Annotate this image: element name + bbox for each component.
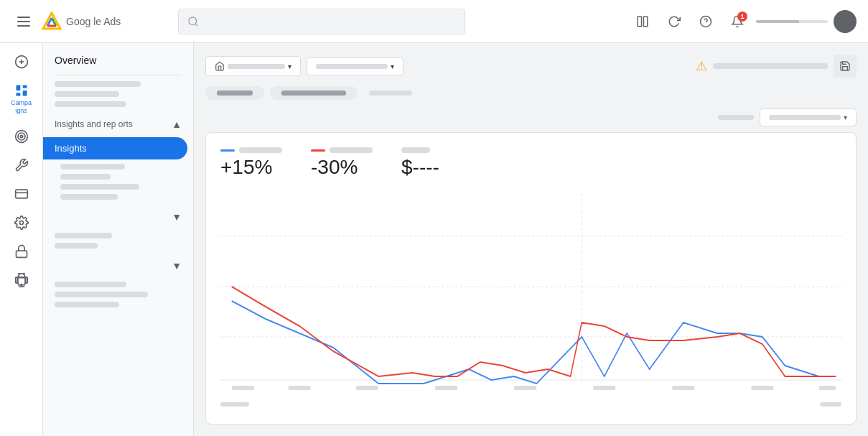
avatar[interactable]: [834, 10, 857, 33]
settings-icon: [14, 215, 29, 230]
help-icon-btn[interactable]: [693, 9, 719, 34]
metric-value-1: +15%: [220, 156, 282, 179]
sidebar-icon-privacy[interactable]: [3, 238, 40, 264]
logo: Goog le Ads: [42, 11, 121, 32]
metrics-row: +15% -30% $----: [220, 147, 841, 179]
chevron-down-icon-3: ▼: [172, 260, 182, 272]
nav-section-3[interactable]: ▼: [43, 253, 193, 279]
topbar: Goog le Ads 1: [0, 0, 868, 43]
filter-chip-2[interactable]: [270, 86, 358, 100]
svg-rect-16: [22, 91, 27, 96]
svg-point-19: [18, 133, 25, 140]
hamburger-menu[interactable]: [11, 11, 36, 32]
campaigns-label: Campa igns: [6, 99, 37, 115]
svg-rect-8: [644, 17, 648, 27]
save-icon: [839, 60, 851, 72]
metric-label-row-3: [401, 147, 439, 153]
svg-rect-7: [638, 17, 641, 27]
campaigns-icon: [14, 83, 29, 98]
toolbar-right: ⚠: [696, 55, 857, 78]
topbar-right: 1: [630, 9, 857, 34]
chevron-down-icon-1: ▾: [288, 62, 291, 70]
search-input[interactable]: [205, 16, 456, 27]
nav-placeholder-8: [55, 302, 119, 307]
save-view-btn[interactable]: [834, 55, 857, 78]
sidebar-icon-android[interactable]: [3, 267, 40, 293]
google-ads-logo-icon: [42, 11, 62, 32]
billing-icon: [14, 187, 29, 201]
nav-section-label: Insights and rep orts: [55, 119, 133, 129]
filter-chip-1[interactable]: [205, 86, 264, 100]
metric-label-placeholder-1: [239, 147, 282, 153]
nav-section-2[interactable]: ▼: [43, 204, 193, 230]
svg-rect-21: [15, 190, 27, 198]
nav-subitem-4: [60, 194, 118, 200]
nav-placeholder-7: [55, 292, 148, 297]
main-content: ▾ ▾ ⚠: [194, 43, 868, 436]
android-icon: [14, 273, 29, 287]
sidebar-icon-billing[interactable]: [3, 181, 40, 207]
toolbar-right-placeholder: [713, 63, 828, 69]
refresh-icon: [668, 15, 681, 28]
chevron-down-icon-2: ▼: [172, 211, 182, 223]
progress-bar: [756, 20, 828, 23]
nav-placeholder-5: [55, 243, 98, 249]
sidebar-icon-settings[interactable]: [3, 210, 40, 236]
svg-rect-36: [672, 386, 694, 390]
privacy-icon: [14, 244, 29, 259]
notification-badge: 1: [737, 11, 747, 22]
metric-indicator-red: [311, 149, 325, 152]
segments-row: [205, 86, 857, 100]
add-icon: [14, 55, 29, 69]
sidebar-icon-tools[interactable]: [3, 152, 40, 178]
svg-point-5: [189, 17, 197, 25]
svg-rect-38: [819, 386, 836, 390]
metric-item-1: +15%: [220, 147, 282, 179]
nav-subitem-1: [60, 164, 125, 170]
line-chart: [220, 193, 841, 394]
red-line-chart: [232, 287, 836, 376]
date-label-placeholder: [718, 115, 754, 120]
topbar-left: Goog le Ads: [11, 11, 169, 32]
progress-fill: [756, 20, 799, 23]
nav-subitem-3: [60, 184, 139, 190]
dropdown-date[interactable]: ▾: [307, 57, 403, 75]
svg-rect-31: [288, 386, 310, 390]
search-bar[interactable]: [178, 9, 465, 34]
svg-rect-24: [16, 251, 27, 257]
nav-divider-1: [55, 75, 182, 75]
chart-container: [220, 193, 841, 396]
date-row: ▾: [205, 108, 857, 126]
goals-icon: [14, 129, 29, 144]
metric-label-row-1: [220, 147, 282, 153]
nav-placeholder-6: [55, 282, 126, 287]
notifications-icon-btn[interactable]: 1: [724, 9, 750, 34]
dropdown-home[interactable]: ▾: [205, 56, 301, 76]
help-icon: [699, 15, 712, 28]
metric-label-placeholder-2: [330, 147, 373, 153]
metric-value-2: -30%: [311, 156, 373, 179]
metric-label-row-2: [311, 147, 373, 153]
svg-rect-17: [16, 93, 20, 96]
date-range-dropdown[interactable]: ▾: [760, 108, 857, 126]
refresh-icon-btn[interactable]: [661, 9, 687, 34]
nav-section-insights-reports[interactable]: Insights and rep orts ▲: [43, 111, 193, 137]
metric-item-3: $----: [401, 147, 439, 179]
overview-title: Overview: [43, 43, 193, 69]
svg-point-23: [19, 221, 23, 224]
sidebar-icon-goals[interactable]: [3, 124, 40, 149]
svg-rect-15: [22, 85, 27, 88]
nav-placeholder-3: [55, 101, 126, 107]
svg-rect-30: [232, 386, 254, 390]
nav-item-insights[interactable]: Insights: [43, 137, 187, 159]
columns-icon: [636, 15, 649, 28]
metric-item-2: -30%: [311, 147, 373, 179]
chevron-down-icon-date: ▾: [391, 62, 394, 70]
sidebar-icon-add[interactable]: [3, 49, 40, 75]
columns-icon-btn[interactable]: [630, 9, 655, 34]
toolbar-group-1: ▾ ▾: [205, 56, 403, 76]
svg-rect-35: [593, 386, 615, 390]
svg-rect-37: [751, 386, 773, 390]
sidebar-icon-campaigns[interactable]: Campa igns: [3, 78, 40, 121]
chip-placeholder-1: [217, 91, 253, 96]
